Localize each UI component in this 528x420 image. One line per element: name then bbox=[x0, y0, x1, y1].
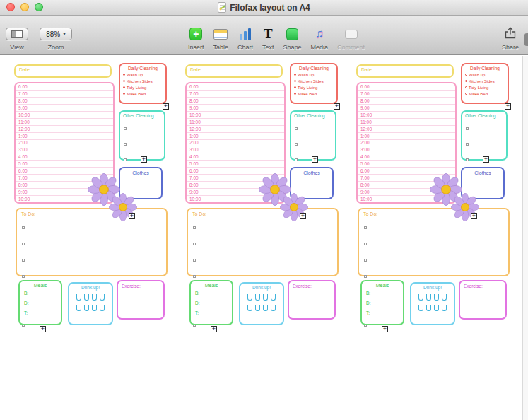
daily-cleaning-title: Daily Cleaning bbox=[462, 66, 508, 71]
minimize-button[interactable] bbox=[20, 3, 29, 11]
checkbox-icon[interactable] bbox=[466, 127, 469, 130]
todo-box[interactable]: To Do: bbox=[187, 208, 339, 276]
checkbox-circle-icon[interactable] bbox=[294, 80, 296, 82]
meal-label: D: bbox=[195, 301, 232, 305]
plus-handle-icon[interactable] bbox=[483, 156, 489, 163]
schedule-row: 8:00 bbox=[187, 98, 284, 105]
plus-handle-icon[interactable] bbox=[141, 156, 147, 163]
checkbox-circle-icon[interactable] bbox=[465, 93, 467, 95]
document-canvas[interactable]: Date: Daily Cleaning Wash up Kitchen Sid… bbox=[0, 56, 528, 420]
other-cleaning-box[interactable]: Other Cleaning bbox=[461, 110, 508, 161]
cup-icon bbox=[263, 305, 268, 311]
checkbox-icon[interactable] bbox=[364, 275, 367, 278]
plus-handle-icon[interactable] bbox=[211, 326, 217, 332]
checkbox-icon[interactable] bbox=[22, 275, 25, 278]
checkbox-icon[interactable] bbox=[193, 226, 196, 229]
zoom-control[interactable]: 88%▾ Zoom bbox=[40, 19, 72, 51]
text-T-icon bbox=[264, 27, 273, 41]
checkbox-icon[interactable] bbox=[364, 243, 367, 245]
checkbox-circle-icon[interactable] bbox=[123, 74, 125, 76]
checkbox-icon[interactable] bbox=[22, 243, 25, 245]
checkbox-icon[interactable] bbox=[193, 275, 196, 278]
schedule-time-label: 12:00 bbox=[358, 127, 372, 132]
plus-handle-icon[interactable] bbox=[312, 156, 318, 163]
close-button[interactable] bbox=[6, 3, 15, 11]
checkbox-row bbox=[22, 235, 166, 248]
checkbox-circle-icon[interactable] bbox=[465, 86, 467, 88]
todo-box[interactable]: To Do: bbox=[358, 208, 510, 276]
shape-button[interactable]: Shape bbox=[283, 19, 302, 51]
date-box[interactable]: Date: bbox=[356, 64, 454, 78]
checkbox-icon[interactable] bbox=[124, 143, 127, 146]
date-label: Date: bbox=[16, 66, 110, 72]
checkbox-circle-icon[interactable] bbox=[123, 86, 125, 88]
partial-toolbar-button[interactable] bbox=[524, 33, 528, 46]
cup-icon bbox=[84, 305, 89, 311]
meals-box[interactable]: Meals B:D:T: bbox=[189, 280, 233, 325]
text-button[interactable]: Text bbox=[262, 19, 274, 51]
plus-handle-icon[interactable] bbox=[163, 103, 169, 110]
zoom-window-button[interactable] bbox=[35, 3, 43, 11]
checkbox-icon[interactable] bbox=[193, 243, 196, 245]
other-cleaning-box[interactable]: Other Cleaning bbox=[290, 110, 336, 161]
todo-box[interactable]: To Do: bbox=[16, 208, 168, 276]
plus-handle-icon[interactable] bbox=[471, 213, 477, 219]
meals-title: Meals bbox=[20, 283, 61, 288]
drink-box[interactable]: Drink up! bbox=[410, 282, 455, 325]
checkbox-icon[interactable] bbox=[466, 143, 469, 146]
table-icon bbox=[213, 29, 228, 40]
daily-cleaning-box[interactable]: Daily Cleaning Wash up Kitchen Sides Tid… bbox=[461, 63, 509, 104]
media-button[interactable]: Media bbox=[311, 19, 329, 51]
checkbox-circle-icon[interactable] bbox=[294, 86, 296, 88]
date-box[interactable]: Date: bbox=[185, 64, 283, 78]
checkbox-icon[interactable] bbox=[124, 158, 127, 161]
exercise-box[interactable]: Exercise: bbox=[288, 280, 336, 320]
schedule-time-label: 10:00 bbox=[358, 197, 372, 202]
schedule-time-label: 5:00 bbox=[187, 161, 199, 166]
plus-handle-icon[interactable] bbox=[334, 103, 340, 110]
checkbox-icon[interactable] bbox=[22, 259, 25, 262]
meals-box[interactable]: Meals B:D:T: bbox=[18, 280, 62, 325]
checkbox-circle-icon[interactable] bbox=[465, 74, 467, 76]
checkbox-icon[interactable] bbox=[364, 226, 367, 229]
checkbox-icon[interactable] bbox=[295, 127, 298, 130]
checkbox-circle-icon[interactable] bbox=[294, 93, 296, 95]
plus-handle-icon[interactable] bbox=[505, 103, 511, 110]
meals-box[interactable]: Meals B:D:T: bbox=[360, 280, 404, 325]
other-cleaning-box[interactable]: Other Cleaning bbox=[119, 110, 165, 161]
schedule-time-label: 3:00 bbox=[16, 147, 28, 152]
daily-cleaning-box[interactable]: Daily Cleaning Wash up Kitchen Sides Tid… bbox=[290, 63, 338, 104]
daily-cleaning-box[interactable]: Daily Cleaning Wash up Kitchen Sides Tid… bbox=[119, 63, 167, 104]
exercise-box[interactable]: Exercise: bbox=[459, 280, 507, 320]
checkbox-icon[interactable] bbox=[364, 259, 367, 262]
checkbox-circle-icon[interactable] bbox=[123, 93, 125, 95]
document-proxy-icon[interactable] bbox=[218, 2, 226, 13]
exercise-box[interactable]: Exercise: bbox=[117, 280, 165, 320]
checkbox-circle-icon[interactable] bbox=[294, 74, 296, 76]
table-button[interactable]: Table bbox=[213, 19, 229, 51]
checkbox-icon[interactable] bbox=[295, 158, 298, 161]
checkbox-icon[interactable] bbox=[466, 158, 469, 161]
plus-handle-icon[interactable] bbox=[382, 326, 388, 332]
checkbox-icon[interactable] bbox=[124, 127, 127, 130]
comment-button[interactable]: Comment bbox=[337, 19, 365, 51]
plus-handle-icon[interactable] bbox=[129, 213, 135, 219]
checkbox-icon[interactable] bbox=[22, 226, 25, 229]
date-box[interactable]: Date: bbox=[14, 64, 112, 78]
checkbox-circle-icon[interactable] bbox=[465, 80, 467, 82]
drink-box[interactable]: Drink up! bbox=[68, 282, 113, 325]
checkbox-icon[interactable] bbox=[295, 143, 298, 146]
checkbox-circle-icon[interactable] bbox=[123, 80, 125, 82]
schedule-time-label: 11:00 bbox=[187, 119, 201, 124]
vertical-scrollbar[interactable] bbox=[522, 56, 528, 420]
plus-handle-icon[interactable] bbox=[300, 213, 306, 219]
share-button[interactable]: Share bbox=[502, 19, 519, 51]
insert-button[interactable]: Insert bbox=[188, 19, 204, 51]
drink-box[interactable]: Drink up! bbox=[239, 282, 284, 325]
checkbox-icon[interactable] bbox=[193, 259, 196, 262]
schedule-time-label: 10:00 bbox=[187, 112, 201, 117]
view-button[interactable]: View bbox=[6, 19, 28, 51]
plus-handle-icon[interactable] bbox=[40, 326, 46, 332]
schedule-row: 6:00 bbox=[358, 83, 455, 91]
chart-button[interactable]: Chart bbox=[237, 19, 253, 51]
